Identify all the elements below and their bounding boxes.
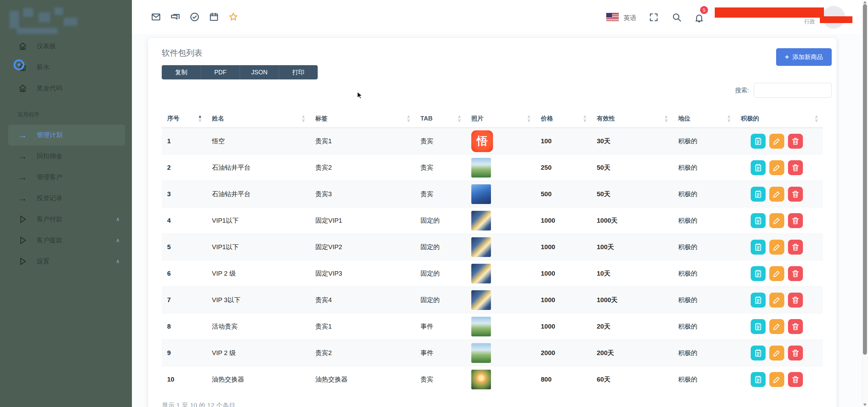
edit-button[interactable]: [769, 240, 784, 255]
table-row: 6VIP 2 级固定VIP3固定的100010天积极的: [162, 260, 823, 286]
calendar-button[interactable]: [751, 134, 766, 149]
cell-price: 1000: [535, 323, 591, 330]
check-circle-icon[interactable]: [190, 12, 200, 22]
export-button[interactable]: 复制: [162, 65, 201, 79]
topbar: 英语 5 行政: [132, 0, 868, 34]
add-product-button[interactable]: + 添加新商品: [776, 48, 832, 66]
delete-button[interactable]: [788, 160, 803, 175]
cell-tab: 事件: [415, 322, 466, 331]
language-label[interactable]: 英语: [624, 14, 636, 22]
cell-validity: 20天: [591, 322, 673, 331]
delete-button[interactable]: [788, 213, 803, 228]
column-header[interactable]: 地位∧∨: [673, 114, 735, 123]
sidebar-item[interactable]: 薪水: [0, 57, 132, 78]
edit-button[interactable]: [769, 372, 784, 387]
cell-actions: [735, 240, 823, 255]
sidebar-item[interactable]: →管理计划: [8, 125, 125, 146]
triangle-right-icon: [18, 214, 28, 224]
delete-button[interactable]: [788, 319, 803, 334]
calendar-button[interactable]: [751, 187, 766, 202]
sidebar-item[interactable]: 设置∧: [0, 251, 132, 272]
sidebar-item[interactable]: →回扣佣金: [0, 146, 132, 167]
column-header[interactable]: TAB∧∨: [415, 115, 466, 122]
calendar-button[interactable]: [751, 213, 766, 228]
export-button[interactable]: JSON: [240, 65, 279, 79]
search-icon[interactable]: [672, 12, 682, 22]
calendar-button[interactable]: [751, 160, 766, 175]
column-header[interactable]: 有效性∧∨: [591, 114, 673, 123]
scroll-up-arrow[interactable]: [863, 1, 867, 3]
export-button[interactable]: PDF: [201, 65, 240, 79]
cell-tab: 贵宾: [415, 137, 466, 146]
sidebar-item-label: 客户提款: [37, 236, 62, 245]
calendar-button[interactable]: [751, 346, 766, 360]
sidebar-item[interactable]: →管理客户: [0, 167, 132, 188]
delete-button[interactable]: [788, 240, 803, 255]
calendar-button[interactable]: [751, 240, 766, 255]
app-logo: [3, 7, 81, 38]
scrollbar-thumb[interactable]: [863, 4, 867, 355]
cell-name: VIP 3以下: [206, 296, 310, 304]
sidebar-item[interactable]: 仪表板: [0, 36, 132, 57]
delete-button[interactable]: [788, 134, 803, 149]
column-header[interactable]: 标签∧∨: [310, 114, 415, 123]
sidebar-item[interactable]: 奖金代码: [0, 78, 132, 99]
calendar-button[interactable]: [751, 319, 766, 334]
edit-button[interactable]: [769, 319, 784, 334]
delete-button[interactable]: [788, 266, 803, 281]
star-icon[interactable]: [228, 12, 238, 22]
sidebar-item[interactable]: →投资记录: [0, 188, 132, 209]
cell-photo: [466, 184, 535, 204]
sidebar-item[interactable]: 客户付款∧: [0, 209, 132, 230]
cell-validity: 30天: [591, 137, 673, 146]
cell-status: 积极的: [673, 322, 735, 331]
cell-price: 1000: [535, 217, 591, 224]
sidebar-item-label: 回扣佣金: [37, 152, 62, 161]
edit-button[interactable]: [769, 293, 784, 308]
edit-button[interactable]: [769, 346, 784, 360]
sidebar: 仪表板薪水奖金代码应用程序→管理计划→回扣佣金→管理客户→投资记录客户付款∧客户…: [0, 0, 132, 407]
column-header[interactable]: 价格∧∨: [535, 114, 591, 123]
column-header[interactable]: 姓名∧∨: [206, 114, 310, 123]
cell-no: 10: [162, 376, 206, 383]
edit-button[interactable]: [769, 160, 784, 175]
cell-actions: [735, 213, 823, 228]
sidebar-item[interactable]: 客户提款∧: [0, 230, 132, 251]
scroll-down-arrow[interactable]: [863, 404, 867, 406]
edit-button[interactable]: [769, 213, 784, 228]
column-header[interactable]: 照片∧∨: [466, 114, 535, 123]
edit-button[interactable]: [769, 134, 784, 149]
mail-icon[interactable]: [151, 12, 161, 22]
sidebar-item-label: 投资记录: [37, 194, 62, 203]
delete-button[interactable]: [788, 187, 803, 202]
product-photo: [471, 370, 491, 389]
delete-button[interactable]: [788, 293, 803, 308]
export-button[interactable]: 打印: [279, 65, 318, 79]
edit-button[interactable]: [769, 266, 784, 281]
cell-photo: [466, 264, 535, 283]
column-header[interactable]: 序号∧∨: [162, 114, 206, 123]
calendar-icon[interactable]: [209, 12, 219, 22]
calendar-button[interactable]: [751, 266, 766, 281]
calendar-button[interactable]: [751, 293, 766, 308]
cell-price: 100: [535, 137, 591, 145]
sidebar-item-label: 管理计划: [37, 131, 62, 140]
calendar-button[interactable]: [751, 372, 766, 387]
delete-button[interactable]: [788, 346, 803, 360]
table-row: 3石油钻井平台贵宾3贵宾50050天积极的: [162, 181, 823, 207]
delete-button[interactable]: [788, 372, 803, 387]
cell-price: 500: [535, 190, 591, 198]
search-input[interactable]: [754, 83, 832, 98]
chat-icon[interactable]: [170, 12, 180, 22]
table-body: 1悟空贵宾1贵宾悟10030天积极的2石油钻井平台贵宾2贵宾25050天积极的3…: [162, 128, 823, 392]
cell-no: 8: [162, 323, 206, 330]
cell-photo: 悟: [466, 130, 535, 152]
fullscreen-icon[interactable]: [649, 12, 659, 22]
column-header[interactable]: 积极的∧∨: [735, 114, 823, 123]
us-flag-icon[interactable]: [606, 13, 619, 21]
cell-name: VIP1以下: [206, 216, 310, 225]
vertical-scrollbar[interactable]: [862, 0, 868, 407]
edit-button[interactable]: [769, 187, 784, 202]
cell-actions: [735, 293, 823, 308]
cell-validity: 1000天: [591, 216, 673, 225]
